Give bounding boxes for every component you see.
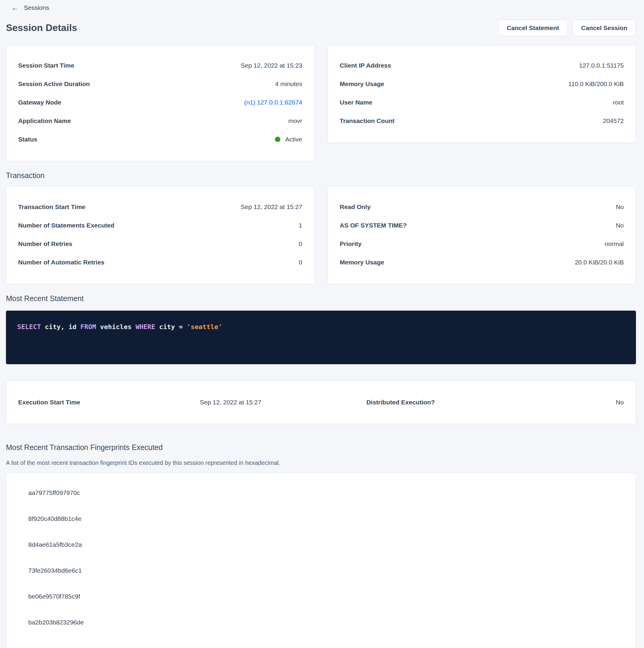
priority-row: Priority normal [340, 240, 624, 248]
transaction-count-label: Transaction Count [340, 117, 395, 125]
session-active-duration-label: Session Active Duration [18, 80, 90, 88]
fingerprints-section-heading: Most Recent Transaction Fingerprints Exe… [6, 443, 636, 452]
execution-summary-card: Execution Start Time Sep 12, 2022 at 15:… [6, 381, 636, 424]
fingerprints-card: aa79775ff097970c 8f920c40d88b1c4e 8d4ae6… [6, 473, 636, 648]
fingerprint-item: 73fe26034bd6e6c1 [28, 566, 624, 575]
status-active-dot-icon [275, 137, 280, 142]
breadcrumb-label: Sessions [24, 4, 49, 11]
fingerprint-item: 8f920c40d88b1c4e [28, 515, 624, 523]
number-of-retries-value: 0 [299, 240, 302, 248]
status-text: Active [285, 135, 302, 144]
statement-section-heading: Most Recent Statement [6, 294, 636, 303]
automatic-retries-row: Number of Automatic Retries 0 [18, 258, 302, 267]
read-only-row: Read Only No [340, 203, 624, 211]
sql-string-literal: 'seattle' [187, 323, 222, 331]
session-memory-usage-row: Memory Usage 110.0 KiB/200.0 KiB [340, 80, 624, 88]
session-memory-usage-label: Memory Usage [340, 80, 384, 88]
user-name-label: User Name [340, 98, 372, 107]
client-ip-row: Client IP Address 127.0.0.1:51175 [340, 61, 624, 70]
transaction-props-card: Read Only No AS OF SYSTEM TIME? No Prior… [328, 186, 636, 284]
automatic-retries-value: 0 [299, 258, 302, 267]
read-only-value: No [616, 203, 624, 211]
number-of-retries-row: Number of Retries 0 [18, 240, 302, 248]
transaction-start-time-row: Transaction Start Time Sep 12, 2022 at 1… [18, 203, 302, 211]
breadcrumb-back-sessions[interactable]: ← Sessions [11, 4, 49, 11]
session-summary-row: Session Start Time Sep 12, 2022 at 15:23… [6, 45, 636, 161]
action-buttons: Cancel Statement Cancel Session [498, 20, 636, 36]
session-details-page: ← Sessions Session Details Cancel Statem… [0, 0, 644, 648]
statements-executed-label: Number of Statements Executed [18, 221, 114, 230]
cancel-session-button[interactable]: Cancel Session [573, 20, 636, 36]
user-name-value: root [613, 98, 624, 107]
as-of-system-time-row: AS OF SYSTEM TIME? No [340, 221, 624, 230]
application-name-value: movr [288, 117, 302, 125]
statements-executed-row: Number of Statements Executed 1 [18, 221, 302, 230]
user-name-row: User Name root [340, 98, 624, 107]
automatic-retries-label: Number of Automatic Retries [18, 258, 105, 267]
fingerprint-item: ba2b203b823296de [28, 618, 624, 627]
transaction-count-row: Transaction Count 204572 [340, 117, 624, 125]
client-ip-label: Client IP Address [340, 61, 391, 70]
as-of-system-time-label: AS OF SYSTEM TIME? [340, 221, 407, 230]
priority-value: normal [605, 240, 624, 248]
fingerprints-description: A list of the most recent transaction fi… [6, 460, 636, 466]
transaction-start-time-label: Transaction Start Time [18, 203, 85, 211]
application-name-row: Application Name movr [18, 117, 302, 125]
execution-start-time-label: Execution Start Time [18, 398, 200, 407]
transaction-summary-row: Transaction Start Time Sep 12, 2022 at 1… [6, 186, 636, 284]
sql-keyword-select: SELECT [17, 323, 41, 331]
sql-segment-condition: city = [155, 323, 187, 331]
status-label: Status [18, 135, 37, 144]
client-ip-value: 127.0.0.1:51175 [579, 61, 624, 70]
gateway-node-row: Gateway Node (n1) 127.0.0.1:62674 [18, 98, 302, 107]
client-info-card: Client IP Address 127.0.0.1:51175 Memory… [328, 45, 636, 143]
distributed-execution-label: Distributed Execution? [366, 398, 536, 407]
gateway-node-link[interactable]: (n1) 127.0.0.1:62674 [244, 98, 302, 107]
session-start-time-label: Session Start Time [18, 61, 74, 70]
status-value: Active [275, 135, 302, 144]
title-bar: Session Details Cancel Statement Cancel … [6, 20, 636, 36]
number-of-retries-label: Number of Retries [18, 240, 72, 248]
session-start-time-value: Sep 12, 2022 at 15:23 [241, 61, 302, 70]
fingerprint-item: 8d4ae61a5fb3ce2a [28, 540, 624, 549]
sql-segment-table: vehicles [96, 323, 135, 331]
application-name-label: Application Name [18, 117, 71, 125]
cancel-statement-button[interactable]: Cancel Statement [498, 20, 568, 36]
distributed-execution-value: No [536, 398, 624, 407]
sql-keyword-where: WHERE [135, 323, 155, 331]
sql-statement-code: SELECT city, id FROM vehicles WHERE city… [17, 323, 222, 331]
session-active-duration-value: 4 minutes [275, 80, 302, 88]
priority-label: Priority [340, 240, 362, 248]
transaction-start-time-value: Sep 12, 2022 at 15:27 [241, 203, 302, 211]
session-active-duration-row: Session Active Duration 4 minutes [18, 80, 302, 88]
fingerprint-item: be06e9570f785c9f [28, 592, 624, 601]
read-only-label: Read Only [340, 203, 371, 211]
session-info-card: Session Start Time Sep 12, 2022 at 15:23… [6, 45, 314, 161]
sql-keyword-from: FROM [80, 323, 96, 331]
sql-statement-box: SELECT city, id FROM vehicles WHERE city… [6, 311, 636, 364]
transaction-info-card: Transaction Start Time Sep 12, 2022 at 1… [6, 186, 314, 284]
page-title: Session Details [6, 22, 77, 33]
fingerprint-item: aa79775ff097970c [28, 489, 624, 497]
sql-segment-columns: city, id [41, 323, 80, 331]
gateway-node-label: Gateway Node [18, 98, 61, 107]
execution-start-time-value: Sep 12, 2022 at 15:27 [200, 398, 367, 407]
status-row: Status Active [18, 135, 302, 144]
transaction-memory-usage-value: 20.0 KiB/20.0 KiB [575, 258, 624, 267]
transaction-section-heading: Transaction [6, 171, 636, 180]
back-arrow-icon: ← [11, 4, 18, 11]
as-of-system-time-value: No [616, 221, 624, 230]
transaction-count-value: 204572 [603, 117, 624, 125]
transaction-memory-usage-label: Memory Usage [340, 258, 384, 267]
session-start-time-row: Session Start Time Sep 12, 2022 at 15:23 [18, 61, 302, 70]
statements-executed-value: 1 [299, 221, 302, 230]
session-memory-usage-value: 110.0 KiB/200.0 KiB [569, 80, 624, 88]
transaction-memory-usage-row: Memory Usage 20.0 KiB/20.0 KiB [340, 258, 624, 267]
